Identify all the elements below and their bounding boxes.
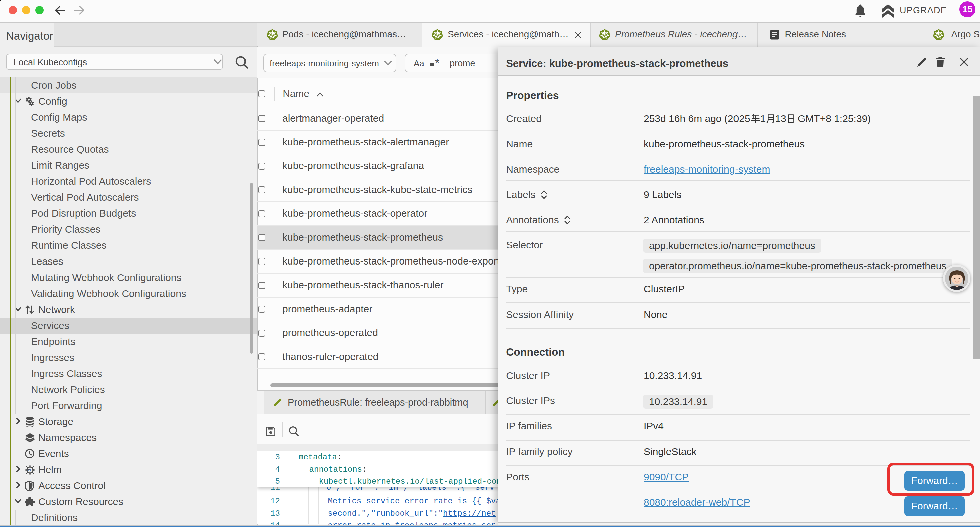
svg-text:HELM: HELM [26, 469, 34, 472]
